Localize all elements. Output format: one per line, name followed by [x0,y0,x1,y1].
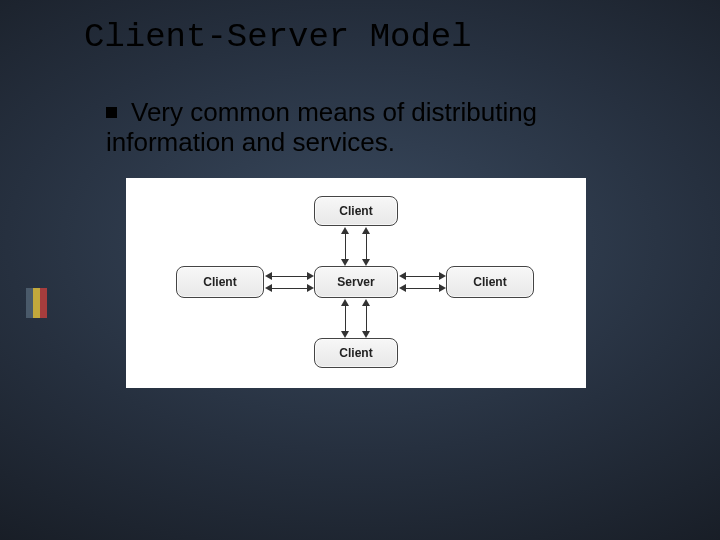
arrow-right-icon [439,272,446,280]
bullet-text: Very common means of distributing inform… [106,97,537,157]
arrow-down-icon [362,331,370,338]
node-client-left: Client [176,266,264,298]
node-server: Server [314,266,398,298]
arrow-shaft [405,288,439,289]
node-client-top: Client [314,196,398,226]
diagram: Server Client Client Client Client [126,178,586,388]
arrow-left-icon [265,284,272,292]
node-client-bottom: Client [314,338,398,368]
arrow-shaft [405,276,439,277]
arrow-down-icon [362,259,370,266]
arrow-down-icon [341,259,349,266]
slide-title: Client-Server Model [84,18,472,56]
bullet-square-icon [106,107,117,118]
arrow-down-icon [341,331,349,338]
accent-bar-3 [40,288,47,318]
body-bullet: Very common means of distributing inform… [106,98,660,158]
arrow-shaft [345,233,346,259]
arrow-left-icon [399,284,406,292]
arrow-left-icon [399,272,406,280]
arrow-shaft [366,233,367,259]
arrow-up-icon [341,227,349,234]
arrow-up-icon [341,299,349,306]
accent-bar-2 [33,288,40,318]
arrow-up-icon [362,299,370,306]
arrow-shaft [271,276,307,277]
node-client-right: Client [446,266,534,298]
slide: Client-Server Model Very common means of… [0,0,720,540]
arrow-shaft [366,305,367,331]
accent-bar-1 [26,288,33,318]
arrow-left-icon [265,272,272,280]
arrow-right-icon [439,284,446,292]
arrow-shaft [271,288,307,289]
accent-bars [26,288,47,318]
arrow-up-icon [362,227,370,234]
arrow-right-icon [307,272,314,280]
arrow-right-icon [307,284,314,292]
arrow-shaft [345,305,346,331]
